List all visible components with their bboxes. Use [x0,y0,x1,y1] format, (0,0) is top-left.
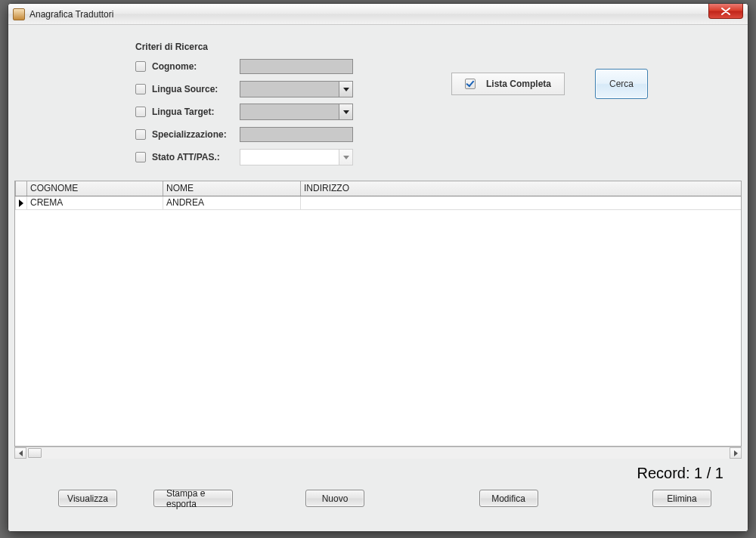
horizontal-scrollbar[interactable] [14,447,742,459]
stato-combo[interactable] [240,149,353,165]
record-counter: Record: 1 / 1 [14,459,742,485]
stato-checkbox[interactable] [135,152,146,162]
lingua-source-label: Lingua Source: [152,84,240,94]
criteria-title: Criteri di Ricerca [135,42,722,52]
row-indicator-icon [15,196,27,209]
window-buttons [708,4,748,19]
scroll-thumb[interactable] [28,448,42,458]
window-title: Anagrafica Traduttori [29,9,113,20]
cognome-label: Cognome: [152,61,240,72]
criteria-row-specializzazione: Specializzazione: [135,123,722,146]
lingua-source-checkbox[interactable] [135,84,146,94]
lingua-target-combo[interactable] [240,104,353,120]
chevron-down-icon [339,104,352,119]
grid-header-cognome[interactable]: COGNOME [27,181,163,196]
criteria-row-lingua-target: Lingua Target: [135,100,722,123]
grid-body[interactable]: CREMA ANDREA [15,196,741,446]
lingua-target-checkbox[interactable] [135,107,146,117]
lista-completa-checkbox[interactable] [465,79,476,89]
chevron-down-icon [339,82,352,97]
modifica-button[interactable]: Modifica [479,490,538,507]
nuovo-button[interactable]: Nuovo [305,490,364,507]
close-icon [721,8,730,15]
specializzazione-input[interactable] [240,127,353,142]
grid-header-indirizzo[interactable]: INDIRIZZO [301,181,741,196]
specializzazione-checkbox[interactable] [135,129,146,140]
chevron-down-icon [339,150,352,165]
app-icon [13,8,25,20]
criteria-row-stato: Stato ATT/PAS.: [135,146,722,169]
window: Anagrafica Traduttori Criteri di Ricerca… [8,3,748,532]
scroll-right-button[interactable] [730,447,742,459]
grid-header: COGNOME NOME INDIRIZZO [15,181,741,196]
stato-label: Stato ATT/PAS.: [152,152,240,162]
criteria-right-panel: Lista Completa Cerca [451,69,648,99]
cognome-checkbox[interactable] [135,61,146,72]
stampa-esporta-button[interactable]: Stampa e esporta [153,490,233,507]
specializzazione-label: Specializzazione: [152,129,240,140]
close-button[interactable] [708,4,743,19]
elimina-button[interactable]: Elimina [652,490,711,507]
results-grid: COGNOME NOME INDIRIZZO CREMA ANDREA [14,181,742,447]
lista-completa-label: Lista Completa [486,79,551,89]
cognome-input[interactable] [240,59,353,74]
client-area: Criteri di Ricerca Cognome: Lingua Sourc… [8,25,748,531]
grid-header-nome[interactable]: NOME [163,181,301,196]
search-criteria-group: Criteri di Ricerca Cognome: Lingua Sourc… [126,34,731,175]
scroll-left-button[interactable] [14,447,26,459]
cell-cognome[interactable]: CREMA [27,196,163,209]
bottom-toolbar: Visualizza Stampa e esporta Nuovo Modifi… [14,485,742,515]
table-row[interactable]: CREMA ANDREA [15,196,741,210]
lista-completa-box[interactable]: Lista Completa [451,73,565,95]
grid-header-indicator [15,181,27,196]
cell-nome[interactable]: ANDREA [163,196,301,209]
titlebar: Anagrafica Traduttori [8,4,748,25]
cerca-button-label: Cerca [609,79,634,89]
lingua-target-label: Lingua Target: [152,107,240,117]
cerca-button[interactable]: Cerca [595,69,648,99]
lingua-source-combo[interactable] [240,81,353,97]
visualizza-button[interactable]: Visualizza [58,490,117,507]
cell-indirizzo[interactable] [301,196,741,209]
